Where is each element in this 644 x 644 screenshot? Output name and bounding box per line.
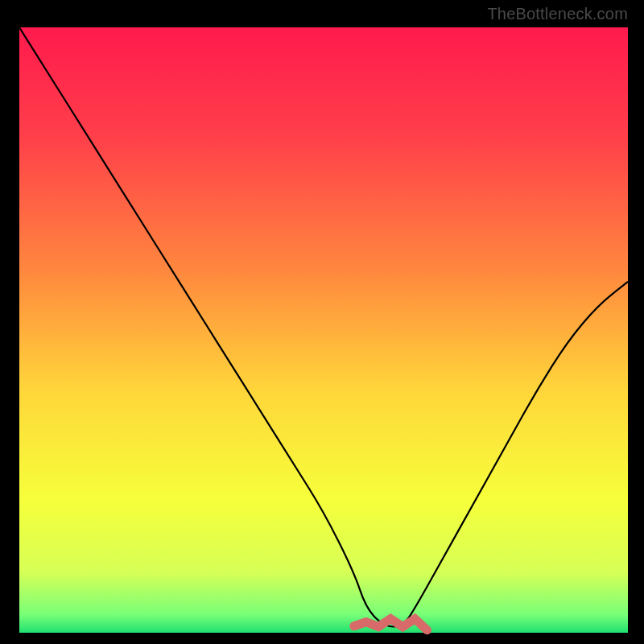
attribution-text: TheBottleneck.com	[487, 5, 628, 23]
chart-container: TheBottleneck.com	[0, 0, 644, 644]
bottleneck-chart	[0, 0, 644, 644]
gradient-background	[19, 27, 628, 633]
